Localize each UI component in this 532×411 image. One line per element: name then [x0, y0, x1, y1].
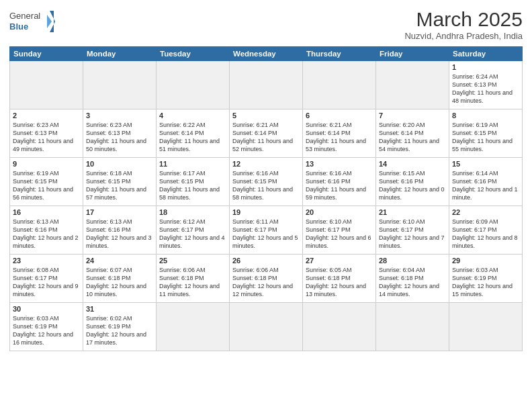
calendar: Sunday Monday Tuesday Wednesday Thursday…: [9, 46, 523, 351]
day-12: 12 Sunrise: 6:16 AMSunset: 6:15 PMDaylig…: [230, 158, 303, 206]
col-friday: Friday: [376, 47, 449, 61]
day-5: 5 Sunrise: 6:21 AMSunset: 6:14 PMDayligh…: [230, 109, 303, 158]
header: General Blue March 2025 Nuzvid, Andhra P…: [9, 8, 523, 41]
day-31: 31 Sunrise: 6:02 AMSunset: 6:19 PMDaylig…: [83, 303, 157, 351]
empty-cell: [157, 303, 230, 351]
day-7: 7 Sunrise: 6:20 AMSunset: 6:14 PMDayligh…: [376, 109, 449, 158]
svg-text:Blue: Blue: [9, 21, 28, 32]
title-block: March 2025 Nuzvid, Andhra Pradesh, India: [404, 8, 523, 41]
location: Nuzvid, Andhra Pradesh, India: [404, 31, 523, 41]
day-17: 17 Sunrise: 6:13 AMSunset: 6:16 PMDaylig…: [83, 206, 157, 255]
empty-cell: [230, 303, 303, 351]
empty-cell: [157, 61, 230, 109]
day-22: 22 Sunrise: 6:09 AMSunset: 6:17 PMDaylig…: [449, 206, 523, 255]
day-1: 1 Sunrise: 6:24 AM Sunset: 6:13 PM Dayli…: [449, 61, 523, 109]
day-27: 27 Sunrise: 6:05 AMSunset: 6:18 PMDaylig…: [303, 255, 376, 303]
day-23: 23 Sunrise: 6:08 AMSunset: 6:17 PMDaylig…: [10, 255, 83, 303]
generalblue-logo: General Blue: [9, 8, 56, 35]
day-19: 19 Sunrise: 6:11 AMSunset: 6:17 PMDaylig…: [230, 206, 303, 255]
col-sunday: Sunday: [10, 47, 83, 61]
month-title: March 2025: [404, 8, 523, 31]
empty-cell: [230, 61, 303, 109]
sunrise-val: 6:24 AM: [476, 73, 498, 80]
empty-cell: [376, 303, 449, 351]
table-row: 30 Sunrise: 6:03 AMSunset: 6:19 PMDaylig…: [10, 303, 523, 351]
day-21: 21 Sunrise: 6:10 AMSunset: 6:17 PMDaylig…: [376, 206, 449, 255]
day-11: 11 Sunrise: 6:17 AMSunset: 6:15 PMDaylig…: [157, 158, 230, 206]
empty-cell: [303, 303, 376, 351]
day-20: 20 Sunrise: 6:10 AMSunset: 6:17 PMDaylig…: [303, 206, 376, 255]
sunset-label: Sunset:: [452, 81, 474, 88]
day-10: 10 Sunrise: 6:18 AMSunset: 6:15 PMDaylig…: [83, 158, 157, 206]
day-26: 26 Sunrise: 6:06 AMSunset: 6:18 PMDaylig…: [230, 255, 303, 303]
day-9: 9 Sunrise: 6:19 AMSunset: 6:15 PMDayligh…: [10, 158, 83, 206]
day-14: 14 Sunrise: 6:15 AMSunset: 6:16 PMDaylig…: [376, 158, 449, 206]
day-13: 13 Sunrise: 6:16 AMSunset: 6:16 PMDaylig…: [303, 158, 376, 206]
sunrise-label: Sunrise:: [452, 73, 476, 80]
day-28: 28 Sunrise: 6:04 AMSunset: 6:18 PMDaylig…: [376, 255, 449, 303]
day-3: 3 Sunrise: 6:23 AMSunset: 6:13 PMDayligh…: [83, 109, 157, 158]
day-30: 30 Sunrise: 6:03 AMSunset: 6:19 PMDaylig…: [10, 303, 83, 351]
empty-cell: [449, 303, 523, 351]
day-2: 2 Sunrise: 6:23 AMSunset: 6:13 PMDayligh…: [10, 109, 83, 158]
empty-cell: [10, 61, 83, 109]
col-thursday: Thursday: [303, 47, 376, 61]
sunset-val: 6:13 PM: [474, 81, 497, 88]
day-18: 18 Sunrise: 6:12 AMSunset: 6:17 PMDaylig…: [157, 206, 230, 255]
empty-cell: [376, 61, 449, 109]
table-row: 9 Sunrise: 6:19 AMSunset: 6:15 PMDayligh…: [10, 158, 523, 206]
empty-cell: [83, 61, 157, 109]
empty-cell: [303, 61, 376, 109]
table-row: 1 Sunrise: 6:24 AM Sunset: 6:13 PM Dayli…: [10, 61, 523, 109]
svg-marker-3: [47, 15, 52, 28]
day-4: 4 Sunrise: 6:22 AMSunset: 6:14 PMDayligh…: [157, 109, 230, 158]
daylight-label: Daylight:: [452, 89, 478, 96]
table-row: 23 Sunrise: 6:08 AMSunset: 6:17 PMDaylig…: [10, 255, 523, 303]
day-24: 24 Sunrise: 6:07 AMSunset: 6:18 PMDaylig…: [83, 255, 157, 303]
col-saturday: Saturday: [449, 47, 523, 61]
col-tuesday: Tuesday: [157, 47, 230, 61]
day-15: 15 Sunrise: 6:14 AMSunset: 6:16 PMDaylig…: [449, 158, 523, 206]
day-8: 8 Sunrise: 6:19 AMSunset: 6:15 PMDayligh…: [449, 109, 523, 158]
col-monday: Monday: [83, 47, 157, 61]
page: General Blue March 2025 Nuzvid, Andhra P…: [0, 0, 532, 411]
logo: General Blue: [9, 8, 56, 35]
day-16: 16 Sunrise: 6:13 AMSunset: 6:16 PMDaylig…: [10, 206, 83, 255]
table-row: 16 Sunrise: 6:13 AMSunset: 6:16 PMDaylig…: [10, 206, 523, 255]
day-6: 6 Sunrise: 6:21 AMSunset: 6:14 PMDayligh…: [303, 109, 376, 158]
day-25: 25 Sunrise: 6:06 AMSunset: 6:18 PMDaylig…: [157, 255, 230, 303]
table-row: 2 Sunrise: 6:23 AMSunset: 6:13 PMDayligh…: [10, 109, 523, 158]
svg-text:General: General: [9, 11, 40, 21]
col-wednesday: Wednesday: [230, 47, 303, 61]
day-29: 29 Sunrise: 6:03 AMSunset: 6:19 PMDaylig…: [449, 255, 523, 303]
